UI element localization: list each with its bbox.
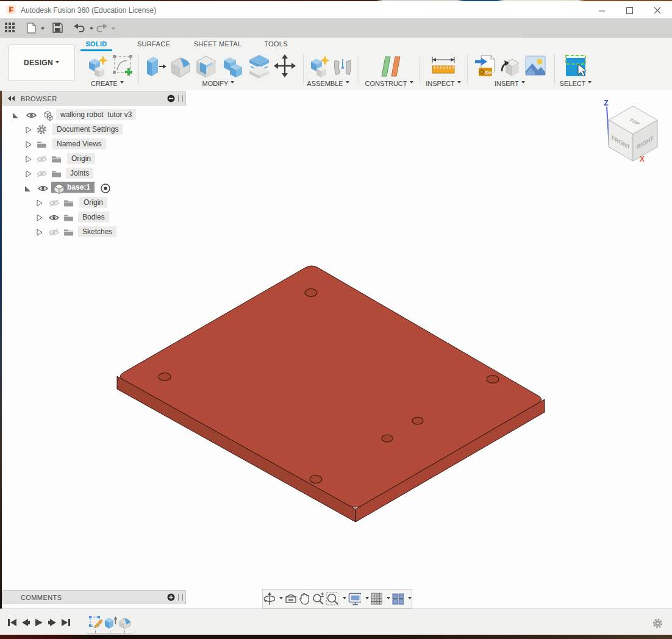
browser-panel-header: BROWSER <box>2 91 186 105</box>
visibility-eye-icon[interactable] <box>38 185 48 192</box>
folder-icon <box>51 170 62 177</box>
timeline-tick <box>124 630 125 634</box>
folder-icon <box>63 228 74 236</box>
body-cube-icon <box>54 184 65 194</box>
display-settings-icon[interactable] <box>348 593 361 605</box>
timeline-settings-gear-icon[interactable] <box>652 618 663 629</box>
component-icon <box>41 110 53 121</box>
z-axis-label: Z <box>604 99 608 107</box>
comments-panel-header[interactable]: COMMENTS <box>2 590 186 604</box>
collapsed-arrow-icon[interactable] <box>37 199 43 207</box>
folder-icon <box>63 199 74 207</box>
folder-icon <box>63 213 74 221</box>
folder-icon <box>51 155 62 163</box>
timeline-tick <box>110 630 110 634</box>
tree-label[interactable]: Named Views <box>52 138 106 149</box>
timeline-bar <box>0 609 672 635</box>
tree-label[interactable]: Origin <box>79 197 107 208</box>
expanded-arrow-icon[interactable] <box>12 112 19 119</box>
timeline-step-forward-button[interactable] <box>48 618 59 627</box>
zoom-icon[interactable] <box>312 592 324 605</box>
tree-label[interactable]: walking robot tutor v3 <box>56 109 136 120</box>
tree-label[interactable]: Joints <box>66 168 93 179</box>
viewports-icon[interactable] <box>392 593 404 605</box>
tree-label[interactable]: Origin <box>67 153 95 164</box>
browser-panel-title: BROWSER <box>21 95 57 102</box>
activate-component-radio-icon[interactable] <box>101 184 110 193</box>
expand-comments-icon[interactable] <box>167 593 175 601</box>
tree-label[interactable]: Bodies <box>78 212 109 223</box>
collapsed-arrow-icon[interactable] <box>26 170 32 177</box>
timeline-tick <box>95 630 96 634</box>
visibility-off-eye-icon[interactable] <box>37 170 47 177</box>
visibility-off-eye-icon[interactable] <box>49 199 59 207</box>
expanded-arrow-icon[interactable] <box>24 185 31 192</box>
timeline-extrude-feature[interactable] <box>104 616 117 629</box>
layout-grid-caret[interactable] <box>387 597 390 601</box>
collapsed-arrow-icon[interactable] <box>26 141 32 148</box>
orbit-caret[interactable] <box>279 597 283 601</box>
visibility-eye-icon[interactable] <box>26 112 37 119</box>
collapse-panel-icon[interactable] <box>8 96 15 101</box>
timeline-step-back-button[interactable] <box>21 618 32 627</box>
browser-panel-grip[interactable] <box>178 95 183 102</box>
visibility-off-eye-icon[interactable] <box>49 229 59 236</box>
timeline-play-button[interactable] <box>34 618 45 627</box>
tree-label[interactable]: Sketches <box>78 226 116 237</box>
view-navigation-toolbar <box>262 589 412 609</box>
fit-view-icon[interactable] <box>326 592 338 605</box>
display-settings-caret[interactable] <box>365 597 369 601</box>
folder-icon <box>37 140 47 148</box>
collapsed-arrow-icon[interactable] <box>37 229 43 236</box>
collapsed-arrow-icon[interactable] <box>26 155 32 163</box>
timeline-fillet-feature[interactable] <box>118 616 132 629</box>
layout-grid-icon[interactable] <box>371 593 382 605</box>
look-at-icon[interactable] <box>285 593 296 605</box>
comments-panel-grip[interactable] <box>178 594 183 601</box>
collapsed-arrow-icon[interactable] <box>26 126 32 134</box>
timeline-go-to-end-button[interactable] <box>61 618 72 627</box>
visibility-eye-icon[interactable] <box>49 214 59 221</box>
orbit-icon[interactable] <box>263 592 275 605</box>
pan-hand-icon[interactable] <box>298 592 310 605</box>
timeline-sketch-feature[interactable] <box>89 616 102 629</box>
gear-icon <box>37 124 47 135</box>
timeline-go-to-start-button[interactable] <box>7 618 18 627</box>
visibility-off-eye-icon[interactable] <box>37 155 47 163</box>
x-axis-label: X <box>640 155 645 163</box>
fit-view-caret[interactable] <box>343 597 346 601</box>
comments-panel-title: COMMENTS <box>21 594 62 601</box>
view-cube[interactable]: TOP FRONT RIGHT Z X <box>585 95 672 168</box>
viewports-caret[interactable] <box>408 597 412 601</box>
collapse-all-icon[interactable] <box>167 95 175 102</box>
tree-label[interactable]: Document Settings <box>52 124 123 135</box>
collapsed-arrow-icon[interactable] <box>37 214 43 221</box>
